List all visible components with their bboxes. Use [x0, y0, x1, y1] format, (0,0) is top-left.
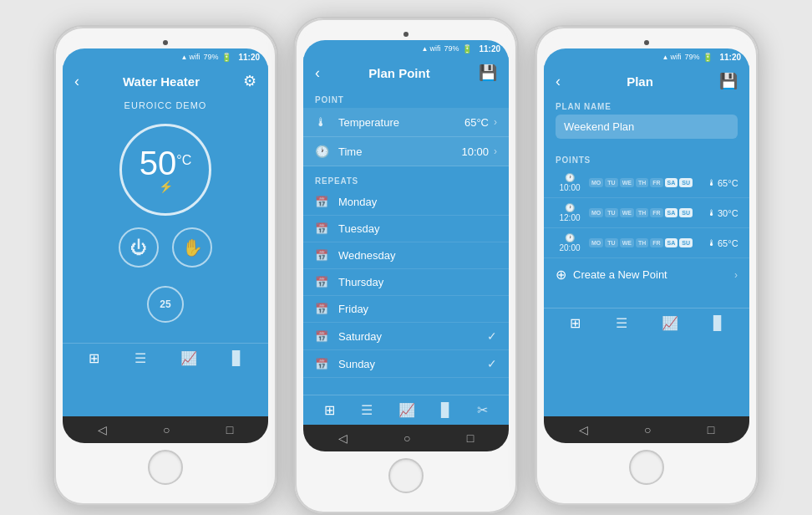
pill-th-3: TH: [636, 238, 648, 247]
bottom-tabs-3: ⊞ ☰ 📈 ▊: [544, 308, 749, 338]
battery-1: 79%: [203, 53, 218, 61]
tab-list[interactable]: ☰: [134, 350, 146, 366]
tab2-scissors[interactable]: ✂: [477, 402, 488, 418]
temp-chevron: ›: [494, 116, 497, 128]
timer-value: 25: [160, 298, 170, 310]
nav-title-3: Plan: [627, 74, 653, 89]
tab-grid[interactable]: ⊞: [89, 350, 99, 366]
thursday-label: Thursday: [333, 276, 497, 288]
save-icon-2[interactable]: 💾: [479, 64, 497, 82]
pill-we-3: WE: [620, 238, 634, 247]
tab2-grid[interactable]: ⊞: [324, 402, 335, 418]
pill-tu-3: TU: [605, 238, 617, 247]
android-home-3[interactable]: ○: [644, 423, 651, 436]
android-home-2[interactable]: ○: [403, 431, 410, 445]
status-bar-2: ▲ wifi 79% 🔋 11:20: [303, 40, 509, 57]
point-row-2[interactable]: 🕐 12:00 MO TU WE TH FR SA SU 🌡 30°: [544, 198, 749, 228]
settings-icon-1[interactable]: ⚙: [243, 72, 256, 90]
status-bar-1: ▲ wifi 79% 🔋 11:20: [63, 48, 268, 65]
create-point-row[interactable]: ⊕ Create a New Point ›: [544, 258, 749, 291]
point-row-1[interactable]: 🕐 10:00 MO TU WE TH FR SA SU 🌡 65°: [544, 168, 749, 198]
point-time-2: 🕐 12:00: [556, 203, 584, 222]
tab2-chart[interactable]: 📈: [398, 402, 415, 418]
signal-1: ▲ wifi: [180, 53, 200, 61]
tab2-bars[interactable]: ▊: [441, 402, 451, 418]
point-row-3[interactable]: 🕐 20:00 MO TU WE TH FR SA SU 🌡 65°: [544, 228, 749, 258]
save-icon-3[interactable]: 💾: [719, 72, 738, 90]
phones-container: ▲ wifi 79% 🔋 11:20 ‹ Water Heater ⚙ EURO…: [36, 0, 776, 515]
android-back-3[interactable]: ◁: [579, 423, 588, 436]
temperature-row[interactable]: 🌡 Temperature 65°C ›: [303, 108, 509, 137]
power-icon: ⏻: [130, 238, 147, 258]
point-temp-2: 🌡 30°C: [708, 208, 738, 218]
android-back-2[interactable]: ◁: [338, 431, 348, 445]
android-home-1[interactable]: ○: [163, 423, 170, 436]
android-recent-1[interactable]: □: [226, 423, 233, 436]
nav-bar-1: ‹ Water Heater ⚙: [63, 65, 268, 97]
temp-unit: °C: [176, 153, 191, 168]
back-button-3[interactable]: ‹: [556, 73, 561, 90]
plan-name-input[interactable]: Weekend Plan: [556, 115, 738, 139]
day-row-tuesday[interactable]: 📅 Tuesday: [303, 216, 509, 242]
clock-icon: 🕐: [315, 145, 333, 158]
home-button-3[interactable]: [629, 450, 664, 485]
tab3-chart[interactable]: 📈: [662, 315, 678, 331]
temp-value: 50: [140, 146, 177, 180]
day-row-wednesday[interactable]: 📅 Wednesday: [303, 242, 509, 269]
day-row-sunday[interactable]: 📅 Sunday ✓: [303, 350, 509, 378]
time-value: 10:00: [461, 145, 489, 158]
tuesday-label: Tuesday: [333, 222, 497, 235]
tab2-list[interactable]: ☰: [361, 402, 373, 418]
tab-chart[interactable]: 📈: [180, 350, 197, 366]
create-chevron: ›: [734, 269, 738, 281]
create-icon: ⊕: [556, 267, 566, 283]
bottom-tabs-1: ⊞ ☰ 📈 ▊: [63, 343, 268, 373]
pill-we-2: WE: [620, 208, 634, 217]
temperature-value: 65°C: [464, 116, 489, 129]
screen-2: ▲ wifi 79% 🔋 11:20 ‹ Plan Point 💾 POINT …: [303, 40, 509, 451]
time-chevron: ›: [494, 145, 497, 157]
day-row-saturday[interactable]: 📅 Saturday ✓: [303, 323, 509, 350]
hand-icon: ✋: [182, 237, 203, 258]
wifi-icon-2: wifi: [429, 44, 440, 53]
tab3-list[interactable]: ☰: [616, 315, 627, 331]
android-nav-2: ◁ ○ □: [303, 425, 509, 451]
pill-sa-1: SA: [665, 178, 678, 187]
android-nav-3: ◁ ○ □: [544, 416, 749, 443]
temp-icon-2: 🌡: [708, 208, 716, 217]
home-button-2[interactable]: [388, 458, 424, 493]
pill-mo-2: MO: [589, 208, 603, 217]
tab3-bars[interactable]: ▊: [713, 315, 723, 331]
day-row-thursday[interactable]: 📅 Thursday: [303, 269, 509, 296]
nav-title-2: Plan Point: [368, 66, 429, 80]
temp-display: 50 °C ⚡: [63, 124, 268, 216]
calendar-icon-sat: 📅: [315, 330, 333, 343]
back-button-2[interactable]: ‹: [315, 64, 320, 82]
saturday-label: Saturday: [333, 330, 487, 343]
day-row-monday[interactable]: 📅 Monday: [303, 189, 509, 216]
tab3-grid[interactable]: ⊞: [570, 315, 581, 331]
calendar-icon-tue: 📅: [315, 222, 333, 235]
power-button[interactable]: ⏻: [119, 227, 159, 268]
android-nav-1: ◁ ○ □: [63, 416, 268, 443]
point-time-3: 🕐 20:00: [556, 233, 584, 252]
temperature-label: Temperature: [333, 116, 464, 129]
friday-label: Friday: [333, 303, 497, 315]
android-recent-2[interactable]: □: [467, 431, 474, 445]
saturday-check: ✓: [487, 329, 497, 343]
hand-button[interactable]: ✋: [172, 227, 212, 268]
time-row[interactable]: 🕐 Time 10:00 ›: [303, 137, 509, 166]
tab-bars[interactable]: ▊: [232, 350, 242, 366]
timer-circle[interactable]: 25: [147, 286, 184, 323]
home-button-1[interactable]: [148, 450, 183, 485]
thermometer-icon: 🌡: [315, 115, 333, 129]
battery-3: 79%: [684, 53, 699, 61]
back-button-1[interactable]: ‹: [74, 73, 79, 90]
android-back-1[interactable]: ◁: [98, 423, 107, 436]
android-recent-3[interactable]: □: [708, 423, 714, 436]
status-bar-3: ▲ wifi 79% 🔋 11:20: [544, 48, 749, 65]
lightning-icon: ⚡: [159, 180, 173, 193]
day-row-friday[interactable]: 📅 Friday: [303, 296, 509, 323]
pill-mo-1: MO: [589, 178, 603, 187]
points-label: POINTS: [544, 149, 749, 168]
